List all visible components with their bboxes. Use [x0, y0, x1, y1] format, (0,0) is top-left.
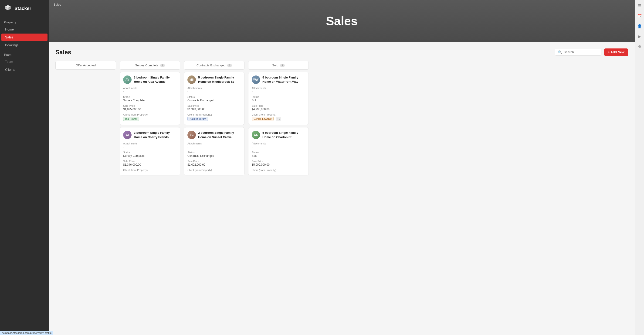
sidebar-item-clients[interactable]: Clients	[2, 66, 48, 73]
kanban-card-alex-avenue[interactable]: AV 3 bedroom Single Family Home on Alex …	[120, 72, 180, 125]
card-status-label-5: Status	[188, 151, 241, 154]
client-tag-plus-1[interactable]: +1	[276, 117, 282, 121]
card-attachments-label-6: Attachments	[252, 142, 305, 145]
card-status-value-6: Sold	[252, 154, 305, 157]
card-thumb-cherry-islands: CI	[123, 131, 132, 139]
card-price-label-4: Sale Price	[123, 160, 177, 163]
main-content: Sales Sales Sales 🔍 + Add New Offer Acce…	[49, 0, 635, 335]
card-price-label-3: Sale Price	[252, 104, 305, 107]
section-team-label: Team	[0, 49, 49, 58]
rail-icon-person[interactable]: 👤	[636, 23, 643, 29]
card-status-value-2: Contracts Exchanged	[188, 99, 241, 102]
card-status-label-1: Status	[123, 96, 177, 98]
search-icon: 🔍	[558, 50, 562, 54]
card-attachments-value-5: -	[188, 145, 241, 149]
client-tag-ida-rowell[interactable]: Ida Rowell	[123, 117, 139, 121]
column-header-survey-complete: Survey Complete 3	[120, 61, 180, 70]
sidebar-item-sales[interactable]: Sales	[2, 34, 48, 41]
kanban-card-middlebrook[interactable]: MS 5 bedroom Single Family Home on Middl…	[184, 72, 244, 125]
rail-icon-calendar[interactable]: 📅	[636, 13, 643, 19]
content-area: Sales 🔍 + Add New Offer Accepted Surve	[49, 42, 635, 335]
card-title-row-3: WW 5 bedroom Single Family Home on Water…	[252, 76, 305, 84]
card-title-row: AV 3 bedroom Single Family Home on Alex …	[123, 76, 177, 84]
kanban-card-sunset-grove[interactable]: SG 2 bedroom Single Family Home on Sunse…	[184, 127, 244, 175]
column-label-offer-accepted: Offer Accepted	[76, 64, 96, 67]
card-price-value-2: $1,943,000.00	[188, 108, 241, 111]
card-status-label-6: Status	[252, 151, 305, 154]
page-title: Sales	[56, 49, 71, 56]
card-thumb-sunset-grove: SG	[188, 131, 196, 139]
kanban-card-waterfront[interactable]: WW 5 bedroom Single Family Home on Water…	[248, 72, 309, 125]
card-price-value-5: $1,002,000.00	[188, 163, 241, 166]
column-header-offer-accepted: Offer Accepted	[56, 61, 116, 70]
card-thumb-waterfront: WW	[252, 76, 260, 84]
card-price-value-4: $1,346,000.00	[123, 163, 177, 166]
sidebar-item-team[interactable]: Team	[2, 58, 48, 66]
column-contracts-exchanged: Contracts Exchanged 2 MS 5 bedroom Singl…	[184, 61, 244, 178]
kanban-card-cherry-islands[interactable]: CI 3 bedroom Single Family Home on Cherr…	[120, 127, 180, 175]
card-client-label-5: Client (from Property)	[188, 169, 241, 171]
column-survey-complete: Survey Complete 3 AV 3 bedroom Single Fa…	[120, 61, 180, 178]
column-badge-contracts-exchanged: 2	[227, 64, 232, 67]
client-tag-gwilim-lawahiz[interactable]: Gwilim Lawahiz	[252, 117, 274, 121]
card-title-sunset-grove: 2 bedroom Single Family Home on Sunset G…	[198, 131, 241, 139]
card-thumb-alex-avenue: AV	[123, 76, 132, 84]
card-clients-2: Natalija Yoram	[188, 117, 241, 121]
card-price-value-3: $4,990,000.00	[252, 108, 305, 111]
content-header: Sales 🔍 + Add New	[56, 49, 628, 56]
card-status-label-3: Status	[252, 96, 305, 98]
card-price-label-5: Sale Price	[188, 160, 241, 163]
card-title-waterfront: 5 bedroom Single Family Home on Waterfro…	[262, 76, 305, 84]
card-client-label-2: Client (from Property)	[188, 113, 241, 116]
card-client-label-3: Client (from Property)	[252, 113, 305, 116]
rail-icon-filter[interactable]: ☰	[636, 2, 643, 9]
column-header-sold: Sold 7	[248, 61, 309, 70]
card-title-row-5: SG 2 bedroom Single Family Home on Sunse…	[188, 131, 241, 139]
card-title-row-4: CI 3 bedroom Single Family Home on Cherr…	[123, 131, 177, 139]
column-label-sold: Sold	[272, 64, 278, 67]
card-price-label-6: Sale Price	[252, 160, 305, 163]
card-title-alex-avenue: 3 bedroom Single Family Home on Alex Ave…	[134, 76, 177, 84]
section-property-label: Property	[0, 17, 49, 25]
card-attachments-value-1: -	[123, 90, 177, 93]
rail-icon-play[interactable]: ▶	[636, 33, 643, 40]
card-price-label-1: Sale Price	[123, 104, 177, 107]
card-attachments-label-3: Attachments	[252, 87, 305, 90]
search-box[interactable]: 🔍	[555, 49, 602, 56]
header-actions: 🔍 + Add New	[555, 49, 628, 56]
column-label-contracts-exchanged: Contracts Exchanged	[196, 64, 226, 67]
kanban-card-charlon[interactable]: CS 5 bedroom Single Family Home on Charl…	[248, 127, 309, 175]
card-clients-1: Ida Rowell	[123, 117, 177, 121]
card-attachments-label-5: Attachments	[188, 142, 241, 145]
sidebar: Stacker Property Home Sales Bookings Tea…	[0, 0, 49, 335]
column-sold: Sold 7 WW 5 bedroom Single Family Home o…	[248, 61, 309, 178]
card-attachments-label-1: Attachments	[123, 87, 177, 90]
rail-icon-settings[interactable]: ⚙	[636, 43, 643, 50]
card-clients-3: Gwilim Lawahiz +1	[252, 117, 305, 121]
card-attachments-value-6: -	[252, 145, 305, 149]
stacker-logo-icon	[4, 4, 12, 13]
card-thumb-middlebrook: MS	[188, 76, 196, 84]
column-header-contracts-exchanged: Contracts Exchanged 2	[184, 61, 244, 70]
card-price-value-6: $5,000,000.00	[252, 163, 305, 166]
breadcrumb: Sales	[54, 3, 61, 6]
card-attachments-value-2: -	[188, 90, 241, 93]
card-title-row-2: MS 5 bedroom Single Family Home on Middl…	[188, 76, 241, 84]
card-status-value-1: Survey Complete	[123, 99, 177, 102]
card-title-charlon: 5 bedroom Single Family Home on Charlon …	[262, 131, 305, 139]
column-label-survey-complete: Survey Complete	[135, 64, 158, 67]
card-title-middlebrook: 5 bedroom Single Family Home on Middlebr…	[198, 76, 241, 84]
card-price-value-1: $1,875,000.00	[123, 108, 177, 111]
client-tag-natalija-yoram[interactable]: Natalija Yoram	[188, 117, 208, 121]
card-attachments-label-2: Attachments	[188, 87, 241, 90]
card-attachments-label-4: Attachments	[123, 142, 177, 145]
sidebar-item-bookings[interactable]: Bookings	[2, 42, 48, 49]
add-new-button[interactable]: + Add New	[604, 49, 628, 56]
sidebar-item-home[interactable]: Home	[2, 26, 48, 33]
search-input[interactable]	[564, 50, 598, 54]
card-title-cherry-islands: 3 bedroom Single Family Home on Cherry I…	[134, 131, 177, 139]
card-attachments-value-4: -	[123, 145, 177, 149]
card-status-label-4: Status	[123, 151, 177, 154]
logo: Stacker	[0, 0, 49, 17]
card-client-label-4: Client (from Property)	[123, 169, 177, 171]
